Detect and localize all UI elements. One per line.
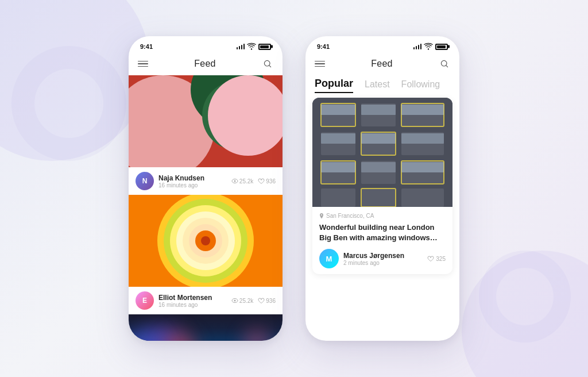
tab-latest[interactable]: Latest [365,79,390,92]
building-svg [312,98,452,207]
post-info-2: Elliot Mortensen 16 minutes ago [158,294,227,308]
heart-icon-article [427,256,434,262]
likes-count-2: 936 [266,298,276,304]
post-image-2 [129,195,283,287]
post-meta-1: N Naja Knudsen 16 minutes ago 25.2k [129,167,283,195]
svg-rect-26 [361,188,396,207]
post-card-3[interactable] [129,314,283,341]
post-image-3 [129,314,283,341]
avatar-elliot: E [136,291,154,310]
article-time: 2 minutes ago [343,260,423,266]
svg-point-2 [234,180,235,182]
bg-decoration-left [11,46,126,161]
article-meta: M Marcus Jørgensen 2 minutes ago 325 [319,249,446,268]
avatar-letter-elliot: E [136,291,154,310]
svg-point-28 [321,214,322,216]
post-time-1: 16 minutes ago [158,182,227,188]
wifi-icon [247,42,256,51]
search-button-right[interactable] [439,58,450,70]
time-left: 9:41 [140,43,153,50]
avatar-letter-marcus: M [319,249,339,268]
post-author-2: Elliot Mortensen [158,294,227,302]
views-count-1: 25.2k [239,178,253,184]
svg-rect-14 [321,133,355,144]
post-card-1[interactable]: N Naja Knudsen 16 minutes ago 25.2k [129,75,283,195]
tab-popular[interactable]: Popular [315,78,353,93]
battery-icon [258,44,271,50]
avatar-letter-naja: N [136,172,154,190]
post-meta-2: E Elliot Mortensen 16 minutes ago 25.2k [129,287,283,314]
post-time-2: 16 minutes ago [158,302,227,308]
svg-rect-18 [401,133,444,144]
svg-rect-24 [401,162,444,172]
post-stats-1: 25.2k 936 [231,178,276,184]
article-image [312,98,452,207]
article-card[interactable]: San Francisco, CA Wonderful building nea… [312,98,452,274]
heart-icon-1 [258,178,265,184]
location-pin-icon [319,213,324,219]
article-title: Wonderful building near London Big Ben w… [319,222,446,243]
post-card-2[interactable]: E Elliot Mortensen 16 minutes ago 25.2k [129,195,283,314]
status-bar-right: 9:41 [305,36,459,55]
avatar-marcus: M [319,249,339,268]
post-author-1: Naja Knudsen [158,174,227,182]
svg-point-4 [234,300,235,302]
tab-following[interactable]: Following [401,79,440,92]
signal-icon [237,44,245,49]
svg-rect-16 [361,133,396,144]
avatar-naja: N [136,172,154,190]
search-icon-left [263,59,272,68]
eye-icon-2 [231,298,238,303]
svg-rect-12 [401,105,444,115]
status-bar-left: 9:41 [129,36,283,55]
post-image-1 [129,75,283,167]
article-location: San Francisco, CA [319,213,446,219]
rainbow-rings [148,195,263,287]
svg-rect-22 [361,162,396,172]
article-body: San Francisco, CA Wonderful building nea… [312,207,452,274]
article-likes-count: 325 [436,256,446,262]
time-right: 9:41 [317,43,330,50]
svg-rect-27 [401,188,444,207]
likes-count-1: 936 [266,178,276,184]
svg-rect-10 [361,105,396,115]
views-stat-2: 25.2k [231,298,253,304]
wifi-icon-right [424,42,433,51]
article-author: Marcus Jørgensen [343,252,423,260]
phone-right: 9:41 Feed [305,36,459,341]
nav-bar-left: Feed [129,55,283,75]
bg-decoration-right [479,251,571,343]
signal-icon-right [413,44,422,49]
article-likes: 325 [427,256,446,262]
nav-title-left: Feed [194,59,215,69]
likes-stat-1: 936 [258,178,276,184]
battery-icon-right [435,44,448,50]
search-button-left[interactable] [262,58,273,70]
status-icons-right [413,42,448,51]
eye-icon-1 [231,178,238,184]
nav-title-right: Feed [371,59,392,69]
status-icons-left [237,42,272,51]
svg-rect-20 [321,162,355,172]
nav-bar-right: Feed [305,55,459,75]
svg-rect-8 [321,105,355,115]
phones-container: 9:41 Feed [129,36,459,341]
location-text: San Francisco, CA [326,213,374,219]
svg-rect-25 [321,188,355,207]
heart-icon-2 [258,298,265,304]
phone-left: 9:41 Feed [129,36,283,341]
post-stats-2: 25.2k 936 [231,298,276,304]
post-info-1: Naja Knudsen 16 minutes ago [158,174,227,188]
article-author-info: Marcus Jørgensen 2 minutes ago [343,252,423,266]
tab-bar: Popular Latest Following [305,75,459,98]
search-icon-right [440,59,449,68]
likes-stat-2: 936 [258,298,276,304]
views-stat-1: 25.2k [231,178,253,184]
menu-button-right[interactable] [315,61,325,67]
views-count-2: 25.2k [239,298,253,304]
menu-button-left[interactable] [138,61,148,67]
